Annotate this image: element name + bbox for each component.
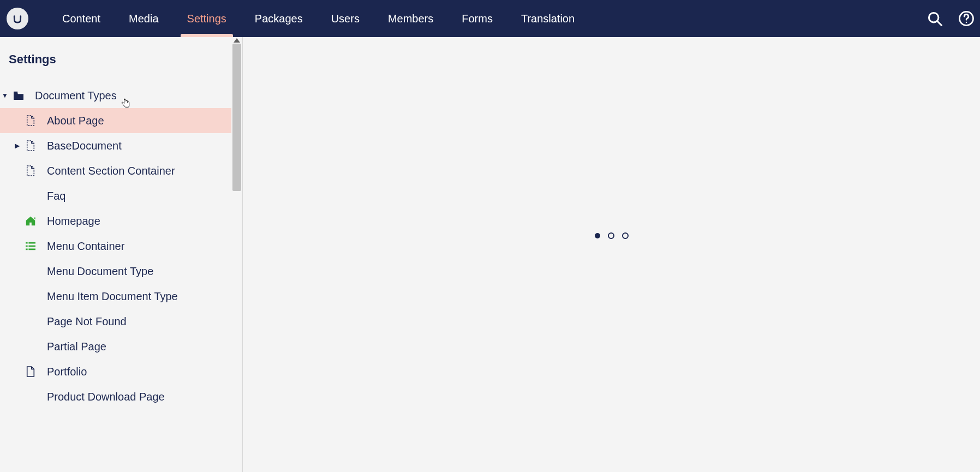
topnav-item-users[interactable]: Users [317, 0, 374, 37]
svg-line-2 [937, 21, 942, 26]
topnav-item-settings[interactable]: Settings [173, 0, 241, 37]
list-icon [23, 241, 38, 251]
scroll-thumb[interactable] [232, 44, 241, 191]
tree-item[interactable]: ▶Menu Document Type [0, 259, 232, 284]
tree-item-label: Partial Page [47, 340, 106, 353]
tree-item[interactable]: ▶About Page [0, 108, 232, 133]
tree-root-label: Document Types [35, 89, 117, 102]
folder-icon [11, 91, 26, 100]
loading-dot-icon [608, 232, 614, 239]
sidebar-title: Settings [0, 37, 232, 83]
tree-item[interactable]: ▶Faq [0, 183, 232, 208]
tree-item-label: Page Not Found [47, 315, 127, 328]
loading-dot-icon [595, 233, 600, 238]
topnav-label: Members [388, 13, 433, 25]
topnav-item-members[interactable]: Members [374, 0, 447, 37]
tree-item-label: Menu Document Type [47, 265, 153, 278]
svg-rect-9 [28, 246, 35, 247]
svg-rect-11 [28, 249, 35, 250]
scroll-up-arrow-icon[interactable] [234, 38, 240, 43]
file-dashed-icon [23, 140, 38, 152]
tree-item[interactable]: ▶Menu Item Document Type [0, 284, 232, 309]
tree-item[interactable]: ▶Portfolio [0, 359, 232, 384]
tree-item[interactable]: ▶Partial Page [0, 334, 232, 359]
help-icon[interactable] [958, 10, 975, 27]
file-dashed-icon [23, 165, 38, 177]
search-icon[interactable] [927, 10, 943, 27]
tree-item-label: Faq [47, 190, 65, 202]
topnav-item-translation[interactable]: Translation [507, 0, 589, 37]
tree-item-label: Homepage [47, 215, 100, 228]
settings-sidebar: Settings ▼Document Types▶About Page▶Base… [0, 37, 243, 472]
content-pane [243, 37, 980, 472]
svg-rect-6 [26, 242, 28, 244]
tree-item[interactable]: ▶Homepage [0, 208, 232, 234]
file-icon [23, 366, 38, 378]
home-icon [23, 215, 38, 227]
tree-item-label: BaseDocument [47, 140, 122, 152]
tree-item[interactable]: ▶Content Section Container [0, 158, 232, 183]
tree-item-label: Content Section Container [47, 165, 175, 177]
topnav-label: Content [62, 13, 100, 25]
tree-item-label: Portfolio [47, 366, 87, 378]
tree-item[interactable]: ▶Menu Container [0, 234, 232, 259]
tree-item-label: Menu Item Document Type [47, 290, 178, 303]
svg-point-4 [966, 22, 967, 23]
tree-item-label: About Page [47, 115, 104, 127]
tree-root-document-types[interactable]: ▼Document Types [0, 83, 232, 108]
tree-item[interactable]: ▶Product Download Page [0, 384, 232, 409]
loading-indicator [595, 232, 629, 239]
tree-item[interactable]: ▶Page Not Found [0, 309, 232, 334]
topnav-item-forms[interactable]: Forms [447, 0, 507, 37]
expand-toggle-icon[interactable]: ▶ [12, 142, 22, 150]
svg-rect-8 [26, 246, 28, 247]
expand-toggle-icon[interactable]: ▼ [0, 92, 10, 99]
topnav-label: Media [129, 13, 158, 25]
tree-item[interactable]: ▶BaseDocument [0, 133, 232, 158]
topnav-item-media[interactable]: Media [115, 0, 172, 37]
topnav-label: Settings [187, 13, 226, 25]
topnav-item-packages[interactable]: Packages [241, 0, 317, 37]
topnav-item-content[interactable]: Content [48, 0, 115, 37]
topnav-label: Packages [255, 13, 303, 25]
topnav-label: Translation [521, 13, 575, 25]
topnav-label: Forms [462, 13, 493, 25]
file-dashed-icon [23, 115, 38, 127]
loading-dot-icon [622, 232, 629, 239]
sidebar-scrollbar[interactable] [231, 37, 242, 472]
top-navigation-bar: ContentMediaSettingsPackagesUsersMembers… [0, 0, 980, 37]
umbraco-logo[interactable] [7, 8, 28, 29]
svg-rect-10 [26, 249, 28, 250]
svg-rect-7 [28, 242, 35, 244]
topnav-label: Users [331, 13, 360, 25]
svg-rect-5 [14, 92, 17, 93]
tree-item-label: Menu Container [47, 240, 124, 253]
tree-item-label: Product Download Page [47, 391, 165, 403]
